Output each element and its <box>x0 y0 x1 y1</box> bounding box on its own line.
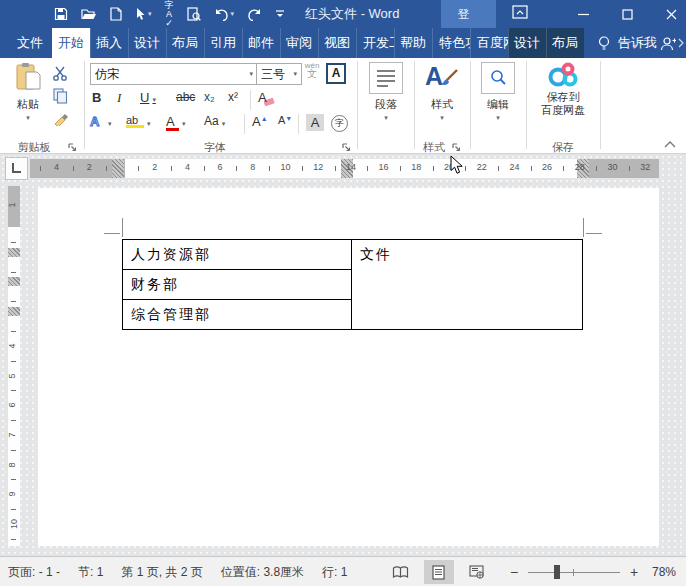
editing-button[interactable]: 编辑 ▾ <box>474 62 522 122</box>
login-button[interactable]: 登录 <box>441 0 496 28</box>
strikethrough-button[interactable]: abc <box>176 90 195 110</box>
font-name-dropdown-icon[interactable]: ▾ <box>249 70 253 78</box>
styles-dropdown-icon[interactable]: ▾ <box>418 114 466 122</box>
tab-baidu-netdisk[interactable]: 百度网盘 <box>470 28 508 58</box>
status-page-number[interactable]: 页面: - 1 - <box>8 564 60 581</box>
touch-mode-dropdown-icon[interactable]: ▾ <box>148 10 152 18</box>
font-color-button[interactable]: A ▾ <box>166 114 186 134</box>
underline-dropdown-icon[interactable]: ▾ <box>152 96 156 104</box>
paste-button[interactable]: 粘贴 ▾ <box>8 62 48 122</box>
highlight-button[interactable]: ab ▾ <box>126 114 151 134</box>
font-dialog-launcher-icon[interactable] <box>342 142 351 154</box>
paragraph-button[interactable]: 段落 ▾ <box>362 62 410 122</box>
ribbon-display-options-icon[interactable] <box>512 5 528 23</box>
italic-button[interactable]: I <box>117 90 121 110</box>
text-effects-dropdown-icon[interactable]: ▾ <box>108 120 112 128</box>
customize-qat-icon[interactable] <box>275 9 285 19</box>
clipboard-dialog-launcher-icon[interactable] <box>68 142 77 154</box>
styles-button[interactable]: A 样式 ▾ <box>418 62 466 122</box>
undo-dropdown-icon[interactable]: ▾ <box>231 10 235 18</box>
font-size-combobox[interactable]: 三号 ▾ <box>256 63 302 85</box>
tab-mailings[interactable]: 邮件 <box>242 28 280 58</box>
bold-button[interactable]: B <box>92 90 101 110</box>
redo-icon[interactable] <box>247 8 262 21</box>
new-document-icon[interactable] <box>110 7 122 21</box>
tab-help[interactable]: 帮助 <box>394 28 432 58</box>
tab-insert[interactable]: 插入 <box>90 28 128 58</box>
underline-button[interactable]: U▾ <box>140 90 156 110</box>
table-cell-file[interactable]: 文件 <box>360 246 392 264</box>
table-row-border[interactable] <box>123 269 351 270</box>
table-cell-finance[interactable]: 财务部 <box>131 276 179 294</box>
cut-icon[interactable] <box>52 66 69 83</box>
paste-dropdown-icon[interactable]: ▾ <box>8 114 48 122</box>
subscript-button[interactable]: x₂ <box>204 90 215 110</box>
tab-home[interactable]: 开始 <box>52 28 90 58</box>
minimize-button[interactable] <box>568 0 598 28</box>
font-color-dropdown-icon[interactable]: ▾ <box>182 120 186 128</box>
character-border-icon[interactable]: A <box>326 63 346 84</box>
tab-table-design[interactable]: 设计 <box>508 28 546 58</box>
enclose-characters-button[interactable]: 字 <box>331 115 348 132</box>
tab-developer[interactable]: 开发工具 <box>356 28 394 58</box>
tab-table-layout[interactable]: 布局 <box>546 28 584 58</box>
tell-me-box[interactable]: 告诉我 <box>598 28 657 58</box>
open-icon[interactable] <box>81 8 97 21</box>
superscript-button[interactable]: x² <box>228 90 238 110</box>
touch-mode-icon[interactable]: ▾ <box>135 7 152 21</box>
highlight-dropdown-icon[interactable]: ▾ <box>147 120 151 128</box>
vertical-ruler[interactable]: 145678910 <box>8 186 20 546</box>
grow-font-button[interactable]: A▲ <box>252 114 268 134</box>
font-size-dropdown-icon[interactable]: ▾ <box>293 70 297 78</box>
change-case-dropdown-icon[interactable]: ▾ <box>222 120 226 128</box>
status-position[interactable]: 位置值: 3.8厘米 <box>221 564 304 581</box>
styles-dialog-launcher-icon[interactable] <box>452 142 461 154</box>
clear-formatting-button[interactable]: A <box>258 90 276 110</box>
collapse-ribbon-icon[interactable] <box>664 138 676 150</box>
tab-view[interactable]: 视图 <box>318 28 356 58</box>
document-table[interactable]: 人力资源部 财务部 综合管理部 文件 <box>122 239 583 330</box>
close-button[interactable] <box>656 0 686 28</box>
horizontal-ruler[interactable]: 242468101214161820222426283032 <box>30 159 659 178</box>
zoom-slider[interactable] <box>528 564 620 580</box>
text-effects-button[interactable]: A <box>90 114 99 134</box>
shrink-font-button[interactable]: A▼ <box>278 114 292 134</box>
zoom-in-button[interactable]: + <box>628 564 640 580</box>
table-row-marker[interactable] <box>8 248 20 257</box>
tab-review[interactable]: 审阅 <box>280 28 318 58</box>
maximize-button[interactable] <box>612 0 642 28</box>
zoom-percentage[interactable]: 78% <box>652 565 676 579</box>
table-row-border[interactable] <box>123 299 351 300</box>
status-section[interactable]: 节: 1 <box>78 564 103 581</box>
zoom-out-button[interactable]: − <box>508 564 520 580</box>
table-column-divider[interactable] <box>351 240 352 329</box>
print-preview-icon[interactable] <box>187 7 201 21</box>
tab-references[interactable]: 引用 <box>204 28 242 58</box>
format-painter-icon[interactable] <box>53 110 69 128</box>
change-case-button[interactable]: Aa▾ <box>204 114 225 134</box>
web-layout-button[interactable] <box>462 560 492 584</box>
share-person-icon[interactable] <box>660 28 684 58</box>
character-shading-button[interactable]: A <box>306 114 324 131</box>
font-name-combobox[interactable]: 仿宋 ▾ <box>90 63 258 85</box>
editing-dropdown-icon[interactable]: ▾ <box>474 114 522 122</box>
table-column-marker[interactable] <box>112 159 124 178</box>
status-page-count[interactable]: 第 1 页, 共 2 页 <box>121 564 202 581</box>
table-row-marker[interactable] <box>8 277 20 286</box>
status-line-number[interactable]: 行: 1 <box>322 564 347 581</box>
zoom-thumb[interactable] <box>554 565 560 579</box>
save-to-baidu-button[interactable]: 保存到 百度网盘 <box>532 62 594 117</box>
tab-stop-selector[interactable] <box>5 157 28 180</box>
phonetic-guide-icon[interactable]: wén文 <box>303 62 321 79</box>
tab-design[interactable]: 设计 <box>128 28 166 58</box>
copy-icon[interactable] <box>53 88 68 106</box>
spell-check-icon[interactable]: 字A✓ <box>165 1 174 28</box>
tab-layout[interactable]: 布局 <box>166 28 204 58</box>
read-mode-button[interactable] <box>386 560 416 584</box>
table-cell-hr[interactable]: 人力资源部 <box>131 246 211 264</box>
tab-file[interactable]: 文件 <box>8 28 52 58</box>
table-cell-admin[interactable]: 综合管理部 <box>131 306 211 324</box>
save-icon[interactable] <box>54 7 68 21</box>
table-row-marker[interactable] <box>8 307 20 316</box>
undo-icon[interactable]: ▾ <box>214 8 235 21</box>
